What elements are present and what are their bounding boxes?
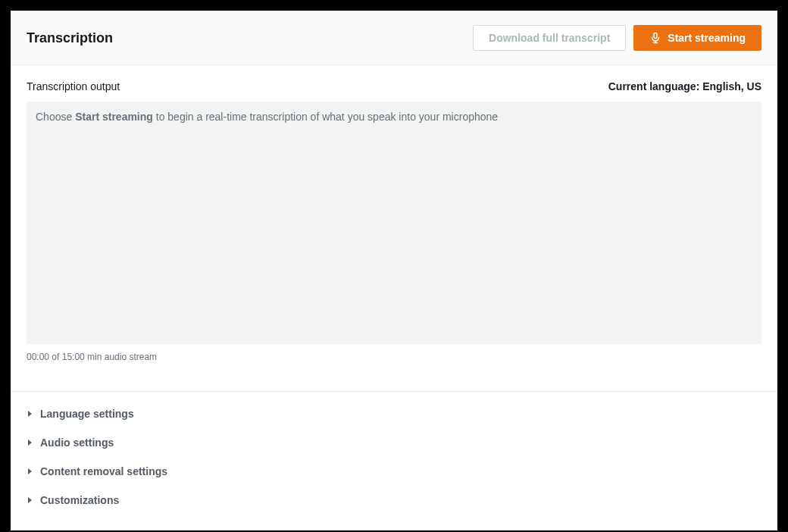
microphone-icon <box>649 32 661 44</box>
expandable-audio-settings[interactable]: Audio settings <box>27 428 761 457</box>
caret-right-icon <box>27 496 34 504</box>
placeholder-suffix: to begin a real-time transcription of wh… <box>153 111 498 123</box>
caret-right-icon <box>27 410 34 418</box>
expandable-language-settings[interactable]: Language settings <box>27 399 761 428</box>
start-streaming-button-label: Start streaming <box>668 30 746 45</box>
expandable-label: Language settings <box>40 408 134 420</box>
current-language-label: Current language: English, US <box>608 80 761 92</box>
expandable-content-removal-settings[interactable]: Content removal settings <box>27 457 761 486</box>
settings-section: Language settings Audio settings Content… <box>11 392 777 530</box>
header-actions: Download full transcript Start streaming <box>473 25 761 51</box>
caret-right-icon <box>27 439 34 446</box>
placeholder-prefix: Choose <box>36 111 75 123</box>
start-streaming-button[interactable]: Start streaming <box>633 25 761 51</box>
panel-body: Transcription output Current language: E… <box>11 65 777 377</box>
stream-duration-text: 00:00 of 15:00 min audio stream <box>27 352 761 362</box>
download-transcript-button[interactable]: Download full transcript <box>473 25 626 51</box>
transcription-panel: Transcription Download full transcript S… <box>11 11 777 530</box>
panel-header: Transcription Download full transcript S… <box>11 11 777 65</box>
expandable-customizations[interactable]: Customizations <box>27 486 761 515</box>
transcription-output-area: Choose Start streaming to begin a real-t… <box>27 102 761 344</box>
expandable-label: Customizations <box>40 494 119 506</box>
output-header: Transcription output Current language: E… <box>27 80 761 92</box>
page-title: Transcription <box>27 30 113 46</box>
svg-rect-0 <box>654 33 657 39</box>
placeholder-bold: Start streaming <box>75 111 153 123</box>
caret-right-icon <box>27 468 34 475</box>
expandable-label: Audio settings <box>40 437 114 449</box>
expandable-label: Content removal settings <box>40 465 167 477</box>
output-label: Transcription output <box>27 80 120 92</box>
